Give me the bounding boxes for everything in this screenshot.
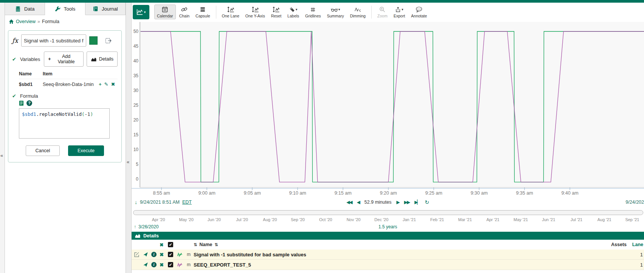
labels-button[interactable]: ▾Labels xyxy=(285,5,302,19)
summary-button[interactable]: ▾Summary xyxy=(324,5,347,19)
formula-label: Formula xyxy=(20,93,38,99)
select-all-checkbox[interactable]: ✔ xyxy=(168,242,173,247)
duration-label[interactable]: 52.9 minutes xyxy=(365,200,392,205)
chart-svg[interactable]: 504540353025201510508:55 am9:00 am9:05 a… xyxy=(132,21,644,196)
color-swatch-button[interactable] xyxy=(89,36,98,45)
breadcrumb-overview-link[interactable]: Overview xyxy=(16,19,36,24)
sort-icon[interactable]: ⇅ xyxy=(194,242,197,247)
formula-doc-icon[interactable] xyxy=(19,100,24,106)
dimming-button[interactable]: Dimming xyxy=(347,5,368,19)
pan-fast-forward-button[interactable]: ▶▶ xyxy=(404,200,409,205)
display-range-end[interactable]: 9/24/202 xyxy=(625,200,644,205)
grid-icon xyxy=(310,7,316,12)
export-button[interactable]: ▾Export xyxy=(391,5,408,19)
reset-button[interactable]: Reset xyxy=(268,5,284,19)
formula-name-input[interactable] xyxy=(21,34,86,47)
execute-button[interactable]: Execute xyxy=(68,145,104,156)
item-name[interactable]: SEEQ_EXPORT_TEST_5 xyxy=(194,262,600,268)
variables-table: Name Item $sbd1 Seeq-Broken-Data-1min + … xyxy=(19,71,118,87)
jump-to-trend-icon[interactable] xyxy=(143,262,151,267)
details-row: i ✖ ✔ m Signal with -1 substituted for b… xyxy=(132,250,644,260)
collapse-left-icon[interactable]: « xyxy=(0,153,3,158)
annotate-icon xyxy=(416,6,422,12)
cancel-button[interactable]: Cancel xyxy=(26,145,60,156)
formula-code-editor[interactable]: $sbd1.replaceNotValid(-1) xyxy=(19,108,110,139)
dock-panel-icon[interactable] xyxy=(105,38,112,44)
month-label: Apr '21 xyxy=(486,217,500,222)
timezone-link[interactable]: EDT xyxy=(182,200,192,205)
x-axis-tick-label: 9:40 am xyxy=(561,190,578,196)
info-icon[interactable]: i xyxy=(151,262,160,267)
col-header-name: Name xyxy=(19,71,43,76)
code-variable: $sbd1 xyxy=(22,111,36,117)
remove-item-icon[interactable]: ✖ xyxy=(160,262,168,268)
jump-to-trend-icon[interactable] xyxy=(143,252,151,257)
pan-fast-back-button[interactable]: ◀◀ xyxy=(346,200,352,205)
tab-label: Journal xyxy=(102,6,118,12)
trend-select-button[interactable]: ▾ xyxy=(133,5,149,19)
investigate-start-date[interactable]: 3/26/2020 xyxy=(138,224,158,229)
help-icon[interactable]: ? xyxy=(26,100,32,106)
remove-all-icon[interactable]: ✖ xyxy=(160,242,168,248)
info-icon[interactable]: i xyxy=(151,252,160,257)
capsule-button[interactable]: Capsule xyxy=(193,5,213,19)
details-button[interactable]: Details xyxy=(87,51,118,67)
month-label: Feb '21 xyxy=(430,217,444,222)
variables-check-icon: ✔ xyxy=(12,56,16,62)
sidebar-divider-rail[interactable]: « xyxy=(126,3,132,273)
lane-column-header[interactable]: Lane▲ xyxy=(627,242,644,247)
pan-back-button[interactable]: ◀ xyxy=(357,200,359,205)
gridlines-button[interactable]: Gridlines xyxy=(303,5,323,19)
item-name[interactable]: Signal with -1 substituted for bad sampl… xyxy=(194,252,600,257)
tab-tools[interactable]: Tools xyxy=(45,3,85,15)
investigate-range-label[interactable]: 1.5 years xyxy=(379,224,397,229)
lane-value: 1 xyxy=(627,262,644,268)
timeline-slider[interactable] xyxy=(133,210,643,215)
month-label: Jul '20 xyxy=(236,217,248,222)
refresh-button[interactable]: ↻ xyxy=(425,199,429,205)
toolbar-button-label: One Lane xyxy=(222,14,239,18)
range-start-arrow-icon: ↓ xyxy=(135,199,137,205)
display-range-start[interactable]: 9/24/2021 8:51 AM xyxy=(140,200,180,205)
assets-column-header[interactable]: Assets xyxy=(600,242,627,247)
month-label: Sep '21 xyxy=(625,217,639,222)
chain-button[interactable]: Chain xyxy=(177,5,192,19)
name-column-header[interactable]: Name xyxy=(199,242,212,247)
one-lane-button[interactable]: One Lane xyxy=(219,5,242,19)
row-checkbox[interactable]: ✔ xyxy=(168,252,173,257)
home-icon[interactable] xyxy=(9,19,14,24)
remove-item-icon[interactable]: ✖ xyxy=(160,252,168,257)
y-axis-tick-label: 20 xyxy=(133,117,139,123)
annotate-button[interactable]: Annotate xyxy=(408,5,430,19)
toolbar-separator xyxy=(371,6,372,19)
x-axis-tick-label: 9:15 am xyxy=(334,190,351,196)
toolbar-button-label: Zoom xyxy=(377,14,388,18)
tab-data[interactable]: Data xyxy=(5,3,45,15)
caret-down-icon: ▾ xyxy=(296,8,298,11)
sidebar-tabs: DataToolsJournal xyxy=(5,3,126,15)
variable-row: $sbd1 Seeq-Broken-Data-1min + ✎ ✖ xyxy=(19,79,118,87)
wrench-icon xyxy=(55,6,61,12)
remove-x-icon[interactable]: ✖ xyxy=(111,81,115,87)
edit-pencil-icon[interactable]: ✎ xyxy=(104,81,109,87)
toolbar-button-label: Annotate xyxy=(411,14,427,18)
add-icon[interactable]: + xyxy=(99,81,102,87)
month-label: Mar '21 xyxy=(458,217,472,222)
tab-journal[interactable]: Journal xyxy=(85,3,126,15)
y-axis-tick-label: 35 xyxy=(133,73,139,78)
edit-item-icon[interactable] xyxy=(134,252,143,257)
left-collapse-rail[interactable]: « xyxy=(0,3,5,273)
row-checkbox[interactable]: ✔ xyxy=(168,262,173,267)
top-green-bar xyxy=(0,0,644,3)
trend-chart[interactable]: 504540353025201510508:55 am9:00 am9:05 a… xyxy=(132,21,644,196)
lane-value: 1 xyxy=(627,252,644,257)
sort-icon[interactable]: ⇅ xyxy=(214,242,218,247)
step-to-end-button[interactable]: ▶▏ xyxy=(414,200,420,205)
fx-icon: ƒx xyxy=(12,37,18,44)
add-variable-button[interactable]: +Add Variable xyxy=(44,51,84,67)
pan-forward-button[interactable]: ▶ xyxy=(396,200,399,205)
one-y-axis-button[interactable]: One Y-Axis xyxy=(243,5,268,19)
calendar-button[interactable]: Calendar xyxy=(154,5,176,19)
main-area: ▾CalendarChainCapsuleOne LaneOne Y-AxisR… xyxy=(132,3,644,273)
collapse-sidebar-icon[interactable]: « xyxy=(127,159,129,165)
